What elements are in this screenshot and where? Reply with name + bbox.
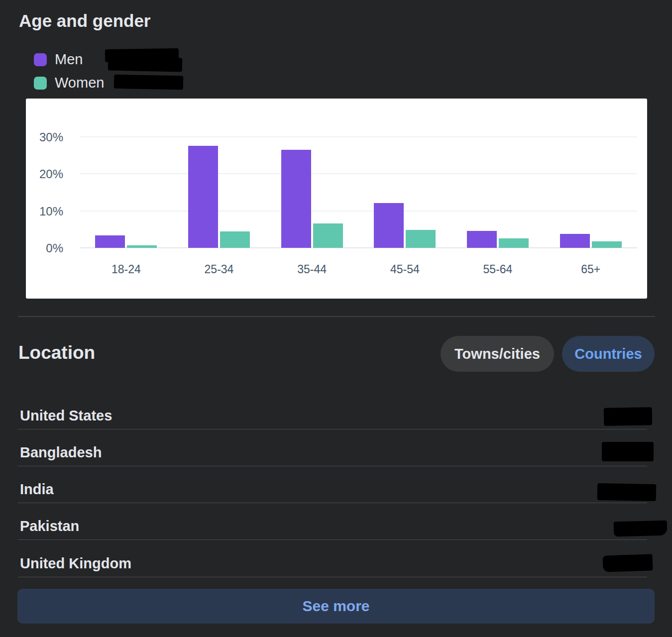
- country-row: India: [18, 473, 647, 503]
- bar-women-18-24: [127, 245, 157, 248]
- country-name: United States: [20, 408, 112, 424]
- age-gender-heading: Age and gender: [19, 11, 150, 31]
- countries-toggle-button[interactable]: Countries: [562, 336, 655, 372]
- bar-men-35-44: [281, 150, 311, 248]
- country-name: United Kingdom: [20, 555, 131, 572]
- gridline-30: [80, 136, 637, 137]
- bar-women-45-54: [406, 230, 436, 248]
- redacted-country-value: [597, 483, 657, 501]
- bar-men-25-34: [188, 146, 218, 248]
- chart-panel: 0%10%20%30%18-2425-3435-4445-5455-6465+: [26, 99, 647, 299]
- y-axis-tick-label: 10%: [26, 205, 63, 218]
- location-heading: Location: [18, 342, 95, 363]
- x-axis-tick-label: 25-34: [184, 263, 254, 276]
- redacted-country-value: [602, 442, 654, 461]
- country-name: India: [20, 481, 54, 498]
- bar-women-25-34: [220, 231, 250, 248]
- bar-women-55-64: [499, 238, 529, 248]
- section-divider: [18, 316, 655, 317]
- country-name: Pakistan: [20, 518, 79, 534]
- see-more-button[interactable]: See more: [17, 589, 655, 624]
- bar-men-65+: [560, 234, 590, 248]
- legend-item-women: Women: [34, 75, 104, 91]
- bar-women-35-44: [313, 223, 343, 248]
- bar-women-65+: [592, 241, 622, 248]
- bar-men-55-64: [467, 231, 497, 248]
- legend-label-men: Men: [55, 51, 83, 68]
- redacted-country-value: [602, 554, 653, 572]
- x-axis-tick-label: 45-54: [370, 263, 440, 276]
- x-axis-tick-label: 55-64: [463, 263, 533, 276]
- men-color-swatch-icon: [34, 53, 47, 66]
- legend-label-women: Women: [55, 75, 104, 91]
- gridline-10: [80, 211, 637, 212]
- y-axis-tick-label: 0%: [26, 242, 63, 255]
- x-axis-tick-label: 65+: [556, 263, 626, 276]
- gridline-20: [80, 173, 637, 174]
- bar-men-18-24: [95, 235, 125, 248]
- redacted-country-value: [604, 407, 653, 426]
- plot-area: [80, 99, 637, 248]
- country-row: Bangladesh: [18, 436, 647, 466]
- redacted-country-value: [614, 521, 668, 537]
- gridline-0: [80, 247, 637, 248]
- redacted-women-value: [114, 75, 183, 90]
- legend-item-men: Men: [34, 51, 83, 68]
- country-row: Pakistan: [18, 510, 647, 540]
- women-color-swatch-icon: [34, 77, 47, 90]
- y-axis-tick-label: 20%: [26, 168, 63, 181]
- redacted-men-value: [108, 56, 183, 72]
- country-row: United States: [18, 400, 647, 429]
- x-axis-tick-label: 35-44: [277, 263, 347, 276]
- bar-men-45-54: [374, 203, 404, 248]
- country-row: United Kingdom: [18, 547, 647, 577]
- y-axis-tick-label: 30%: [26, 131, 63, 144]
- x-axis-tick-label: 18-24: [91, 263, 161, 276]
- country-name: Bangladesh: [20, 444, 102, 461]
- towns-cities-toggle-button[interactable]: Towns/cities: [441, 336, 554, 372]
